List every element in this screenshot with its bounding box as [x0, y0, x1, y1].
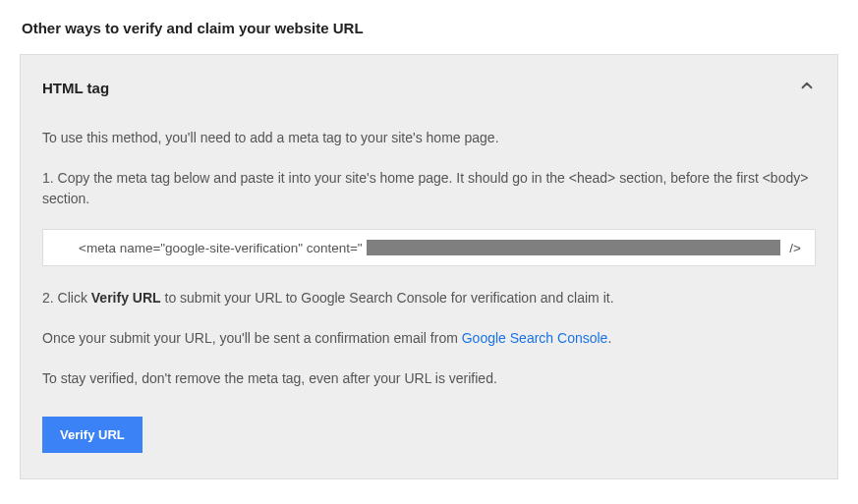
- step-2-prefix: 2. Click: [42, 290, 91, 306]
- step-1-text: 1. Copy the meta tag below and paste it …: [42, 168, 816, 209]
- step-2-suffix: to submit your URL to Google Search Cons…: [161, 290, 614, 306]
- verification-panel: HTML tag To use this method, you'll need…: [20, 54, 838, 479]
- panel-header[interactable]: HTML tag: [42, 77, 816, 98]
- code-suffix: />: [786, 241, 801, 255]
- google-search-console-link[interactable]: Google Search Console: [462, 330, 608, 346]
- panel-header-title: HTML tag: [42, 80, 109, 96]
- stay-verified-note: To stay verified, don't remove the meta …: [42, 368, 816, 389]
- step-2-text: 2. Click Verify URL to submit your URL t…: [42, 288, 816, 308]
- confirmation-text: Once your submit your URL, you'll be sen…: [42, 328, 816, 349]
- step-2-bold: Verify URL: [91, 290, 161, 306]
- meta-tag-code-box[interactable]: <meta name="google-site-verification" co…: [42, 229, 816, 266]
- verify-url-button[interactable]: Verify URL: [42, 417, 143, 453]
- chevron-up-icon: [798, 77, 816, 98]
- code-prefix: <meta name="google-site-verification" co…: [79, 241, 363, 255]
- confirm-suffix: .: [607, 330, 611, 346]
- confirm-prefix: Once your submit your URL, you'll be sen…: [42, 330, 462, 346]
- code-redacted-content: [367, 240, 780, 255]
- intro-text: To use this method, you'll need to add a…: [42, 128, 816, 148]
- page-title: Other ways to verify and claim your webs…: [22, 20, 838, 36]
